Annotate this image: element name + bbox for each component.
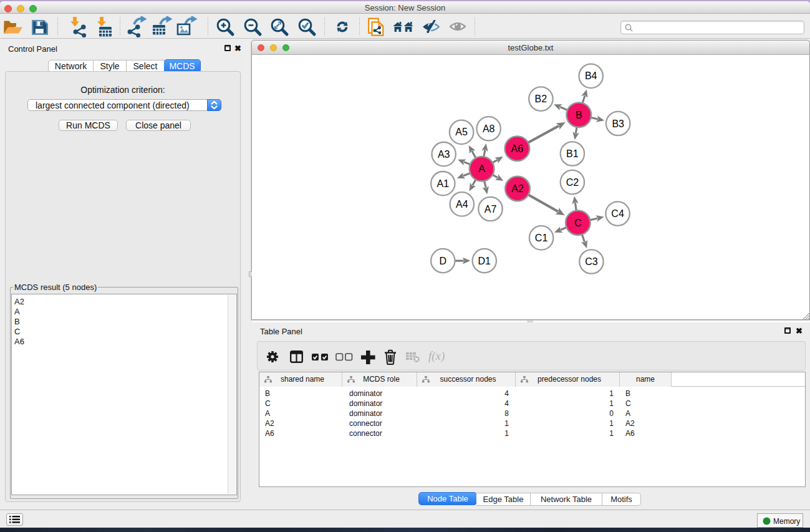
svg-text:D1: D1: [478, 256, 491, 266]
svg-text:A3: A3: [438, 149, 450, 160]
svg-text:D: D: [440, 256, 447, 266]
svg-text:A4: A4: [456, 199, 468, 210]
svg-text:B4: B4: [585, 70, 597, 81]
svg-text:A5: A5: [455, 127, 468, 137]
svg-text:B: B: [576, 110, 582, 120]
svg-text:C2: C2: [566, 177, 579, 188]
svg-text:A2: A2: [511, 183, 524, 194]
svg-text:C1: C1: [535, 233, 548, 243]
svg-text:A6: A6: [511, 143, 524, 154]
svg-text:C: C: [574, 218, 582, 228]
svg-text:B3: B3: [612, 118, 624, 129]
svg-text:A8: A8: [483, 123, 495, 134]
svg-text:A: A: [478, 163, 485, 174]
svg-text:B1: B1: [566, 148, 579, 159]
svg-text:A1: A1: [437, 178, 450, 189]
svg-text:A7: A7: [485, 204, 497, 215]
svg-text:B2: B2: [535, 94, 547, 104]
svg-text:C3: C3: [585, 256, 598, 267]
svg-text:C4: C4: [611, 208, 624, 219]
